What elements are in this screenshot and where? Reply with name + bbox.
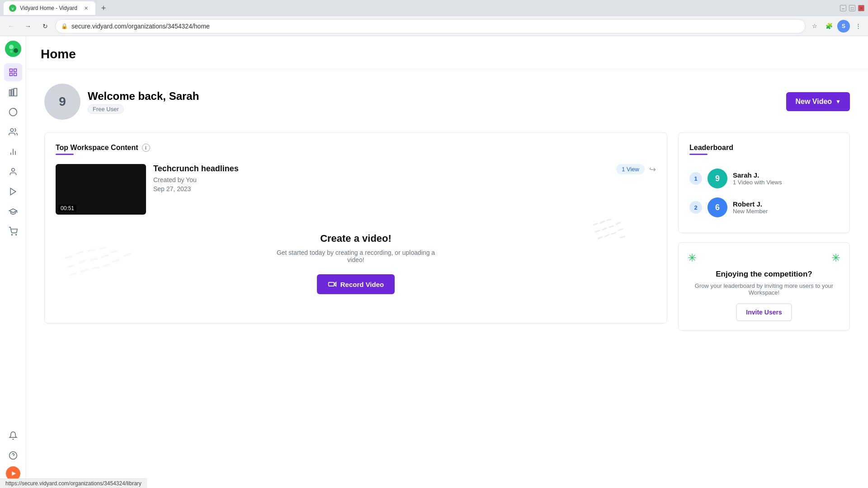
sidebar-item-notifications[interactable] <box>4 427 22 445</box>
svg-rect-46 <box>101 254 109 258</box>
back-button[interactable]: ← <box>4 19 18 33</box>
maximize-icon[interactable]: □ <box>849 5 855 11</box>
section-underline <box>56 154 74 155</box>
reload-button[interactable]: ↻ <box>38 19 52 33</box>
record-icon <box>328 280 337 289</box>
svg-rect-34 <box>604 234 609 238</box>
forward-button[interactable]: → <box>21 19 35 33</box>
new-video-button[interactable]: New Video ▼ <box>786 92 850 111</box>
browser-tab[interactable]: V Vidyard Home - Vidyard ✕ <box>4 1 95 15</box>
leaderboard-user-name-2: Robert J. <box>733 200 768 208</box>
leaderboard-item-2: 2 6 Robert J. New Member <box>689 193 839 222</box>
minimize-icon[interactable]: – <box>840 5 846 11</box>
svg-rect-47 <box>112 259 120 263</box>
svg-rect-9 <box>14 73 16 76</box>
browser-chrome: V Vidyard Home - Vidyard ✕ + – □ ✕ ← → ↻… <box>0 0 868 36</box>
extensions-button[interactable]: 🧩 <box>823 20 835 33</box>
welcome-banner: 9 Welcome back, Sarah Free User New Vide… <box>44 84 850 120</box>
welcome-info: Welcome back, Sarah Free User <box>88 90 199 114</box>
svg-rect-33 <box>597 236 603 239</box>
content-wrapper: 9 Welcome back, Sarah Free User New Vide… <box>26 69 868 347</box>
svg-text:V: V <box>11 7 14 11</box>
competition-title: Enjoying the competition? <box>688 270 840 279</box>
leaderboard-title: Leaderboard <box>689 144 839 152</box>
svg-rect-51 <box>92 266 100 270</box>
video-date: Sep 27, 2023 <box>153 185 609 192</box>
sidebar-bottom <box>4 427 22 484</box>
sidebar-item-home[interactable] <box>4 63 22 81</box>
two-column-layout: Top Workspace Content i 00:51 Techcrunch… <box>44 132 850 333</box>
video-creator: Created by You <box>153 176 609 183</box>
video-info: Techcrunch headlines Created by You Sep … <box>153 164 609 192</box>
sidebar-item-team[interactable] <box>4 123 22 141</box>
svg-point-2 <box>5 41 21 57</box>
menu-button[interactable]: ⋮ <box>852 20 864 33</box>
address-bar[interactable]: 🔒 secure.vidyard.com/organizations/34543… <box>55 19 806 33</box>
close-tab-button[interactable]: ✕ <box>83 5 90 12</box>
svg-rect-43 <box>67 264 75 268</box>
share-icon[interactable]: ↪ <box>649 164 656 174</box>
sidebar-item-reports[interactable] <box>4 143 22 161</box>
new-tab-button[interactable]: + <box>97 2 110 14</box>
svg-rect-28 <box>606 219 612 221</box>
record-video-button[interactable]: Record Video <box>317 274 395 294</box>
app-logo[interactable] <box>4 40 22 58</box>
svg-rect-6 <box>9 69 12 72</box>
leaderboard-user-name-1: Sarah J. <box>733 171 782 179</box>
svg-point-20 <box>11 235 12 235</box>
leaderboard-user-stat-1: 1 Video with Views <box>733 179 782 186</box>
leaderboard-user-info-2: Robert J. New Member <box>733 200 768 215</box>
svg-rect-40 <box>87 249 95 252</box>
svg-rect-30 <box>602 227 607 231</box>
left-column: Top Workspace Content i 00:51 Techcrunch… <box>44 132 667 333</box>
sparkle-right-icon: ✳ <box>831 252 840 264</box>
plan-badge: Free User <box>88 104 124 114</box>
close-window-icon[interactable]: ✕ <box>858 5 864 11</box>
svg-rect-31 <box>609 225 614 228</box>
bookmark-button[interactable]: ☆ <box>808 20 821 33</box>
url-text: secure.vidyard.com/organizations/3454324… <box>71 23 210 30</box>
svg-rect-36 <box>618 228 623 231</box>
browser-nav: ← → ↻ 🔒 secure.vidyard.com/organizations… <box>0 16 868 36</box>
profile-button[interactable]: S <box>837 20 850 33</box>
view-count-badge: 1 View <box>616 164 645 174</box>
svg-rect-32 <box>615 222 621 225</box>
leaderboard-user-info-1: Sarah J. 1 Video with Views <box>733 171 782 186</box>
sidebar <box>0 36 26 488</box>
svg-point-4 <box>14 48 18 53</box>
sidebar-item-extensions[interactable] <box>4 222 22 240</box>
create-video-section: Create a video! Get started today by cre… <box>56 215 656 312</box>
sidebar-item-integrations[interactable] <box>4 183 22 201</box>
video-title[interactable]: Techcrunch headlines <box>153 164 609 174</box>
svg-marker-19 <box>10 188 16 195</box>
app-container: Home 9 Welcome back, Sarah Free User New… <box>0 36 868 488</box>
lock-icon: 🔒 <box>61 23 68 29</box>
invite-users-button[interactable]: Invite Users <box>736 303 792 321</box>
svg-point-3 <box>9 45 14 49</box>
status-bar: https://secure.vidyard.com/organizations… <box>0 479 147 488</box>
competition-card: ✳ ✳ Enjoying the competition? Grow your … <box>678 242 850 331</box>
sidebar-item-analytics[interactable] <box>4 103 22 121</box>
svg-rect-42 <box>110 250 118 254</box>
leaderboard-card: Leaderboard 1 9 Sarah J. 1 Video w <box>678 132 850 233</box>
tab-title: Vidyard Home - Vidyard <box>20 5 77 11</box>
svg-rect-10 <box>9 90 10 96</box>
record-button-label: Record Video <box>340 281 384 288</box>
sidebar-item-contacts[interactable] <box>4 163 22 181</box>
svg-rect-39 <box>76 250 84 255</box>
decorative-arrows-bottom <box>65 247 137 285</box>
svg-point-18 <box>11 169 14 172</box>
competition-icons: ✳ ✳ <box>688 252 840 264</box>
info-icon[interactable]: i <box>142 144 150 152</box>
main-content: Home 9 Welcome back, Sarah Free User New… <box>26 36 868 488</box>
sidebar-item-help[interactable] <box>4 446 22 465</box>
user-avatar-1: 9 <box>708 169 727 188</box>
tab-favicon: V <box>9 5 16 12</box>
svg-rect-11 <box>11 89 13 96</box>
svg-rect-8 <box>9 73 12 76</box>
video-thumbnail[interactable]: 00:51 <box>56 164 146 215</box>
sidebar-item-academy[interactable] <box>4 202 22 221</box>
user-avatar: 9 <box>44 84 80 120</box>
sidebar-item-library[interactable] <box>4 83 22 101</box>
svg-rect-50 <box>80 268 89 273</box>
